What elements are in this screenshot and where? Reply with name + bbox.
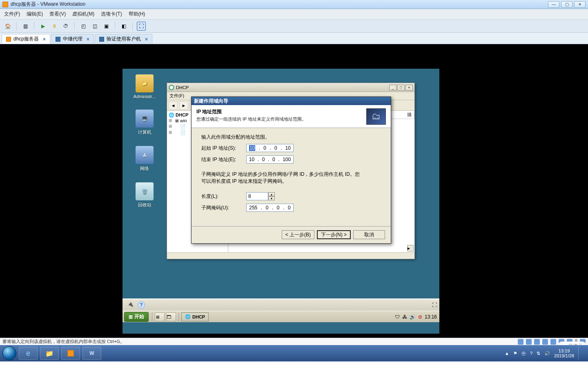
toolbar-home-icon[interactable]: 🏠 — [3, 22, 12, 31]
tray-expand-icon[interactable]: ▲ — [505, 351, 509, 356]
close-button[interactable]: ✕ — [574, 1, 586, 8]
menu-file[interactable]: 文件(F) — [169, 93, 184, 99]
taskbar-explorer-icon[interactable]: 📁 — [40, 347, 59, 360]
toolbar-view1-icon[interactable]: ◰ — [79, 22, 88, 31]
end-ip-label: 结束 IP 地址(E): — [201, 156, 246, 163]
guest-info-bar: 🔌 ? ⛶ — [122, 298, 439, 311]
menu-file[interactable]: 文件(F) — [4, 11, 20, 18]
tray-volume-icon[interactable]: 🔊 — [410, 314, 416, 320]
wizard-titlebar[interactable]: 新建作用域向导 — [192, 97, 391, 105]
end-ip-input[interactable]: 10. 0. 0. 100 — [246, 155, 294, 164]
length-spinner[interactable]: ▲▼ — [268, 192, 275, 200]
toolbar-poweron-icon[interactable]: ▶ — [38, 22, 47, 31]
quicklaunch-explorer-icon[interactable]: 🗔 — [166, 312, 176, 321]
desktop-icon-admin[interactable]: 📁 Administr... — [134, 74, 156, 99]
vm-display-area[interactable]: 📁 Administr... 🖥️ 计算机 🖧 网络 🗑️ 回收站 DHCP — [0, 44, 588, 338]
start-orb[interactable] — [2, 346, 16, 360]
scroll-right-icon[interactable]: ▸ — [407, 245, 414, 251]
host-titlebar: dhcp服务器 - VMware Workstation — ▢ ✕ — [0, 0, 588, 9]
tab-verify-client[interactable]: 验证使用客户机 × — [95, 34, 152, 44]
vmware-toolbar: 🏠 ▥ ▶ ⏸ ⏱ ◰ ◫ ▣ ◧ ⛶ — [0, 20, 588, 33]
back-button[interactable]: < 上一步(B) — [282, 230, 314, 239]
tray-warning-icon[interactable]: ⊘ — [418, 314, 422, 320]
help-icon[interactable]: ? — [138, 301, 145, 309]
device-icon[interactable] — [542, 339, 548, 345]
wizard-header-title: IP 地址范围 — [196, 108, 366, 115]
mask-input[interactable]: 255. 0. 0. 0 — [246, 204, 294, 212]
taskbar-vmware-icon[interactable] — [61, 347, 80, 360]
next-button[interactable]: 下一步(N) > — [317, 230, 351, 239]
desktop-icons: 📁 Administr... 🖥️ 计算机 🖧 网络 🗑️ 回收站 — [128, 74, 161, 208]
tab-close-icon[interactable]: × — [145, 36, 148, 42]
device-icon[interactable] — [518, 339, 523, 345]
device-icon[interactable] — [534, 339, 540, 345]
tab-close-icon[interactable]: × — [43, 36, 46, 42]
guest-bottom: 🔌 ? ⛶ ⊞ 开始 🖥 🗔 🌐 DHCP 🛡 — [122, 298, 439, 334]
desktop-icon-recyclebin[interactable]: 🗑️ 回收站 — [136, 182, 154, 208]
folder-icon: 📁 — [136, 74, 154, 92]
tab-label: 中继代理 — [63, 36, 82, 43]
dhcp-icon: 🌐 — [185, 314, 191, 319]
quicklaunch-desktop-icon[interactable]: 🖥 — [155, 312, 165, 321]
wizard-header: IP 地址范围 您通过确定一组连续的 IP 地址来定义作用域地址范围。 🗂 — [192, 105, 391, 128]
toolbar-snapshot-icon[interactable]: ⏱ — [61, 22, 70, 31]
nav-back-icon[interactable]: ◄ — [169, 101, 178, 110]
devices-icon[interactable]: 🔌 — [127, 301, 134, 309]
show-desktop-button[interactable] — [578, 347, 582, 360]
tray-clock[interactable]: 13:19 2019/1/28 — [554, 348, 574, 358]
tab-relay-agent[interactable]: 中继代理 × — [51, 34, 94, 44]
recycle-bin-icon: 🗑️ — [136, 182, 154, 200]
wizard-divider — [192, 226, 391, 227]
tray-action-center-icon[interactable]: ⚑ — [513, 351, 517, 356]
minimize-button[interactable]: _ — [389, 85, 396, 90]
tray-help-icon[interactable]: ? — [530, 351, 532, 356]
toolbar-view2-icon[interactable]: ◫ — [90, 22, 99, 31]
wizard-instruction: 输入此作用域分配的地址范围。 — [201, 134, 381, 141]
tray-clock[interactable]: 13:16 — [425, 314, 437, 320]
cancel-button[interactable]: 取消 — [353, 230, 385, 239]
maximize-button[interactable]: □ — [397, 85, 405, 90]
tray-volume-icon[interactable]: 🔊 — [544, 351, 550, 356]
wizard-buttons: < 上一步(B) 下一步(N) > 取消 — [282, 230, 385, 239]
tray-ime-icon[interactable]: ㊥ — [521, 350, 526, 357]
tray-network-icon[interactable]: 🖧 — [402, 314, 407, 320]
toolbar-view3-icon[interactable]: ▣ — [102, 22, 111, 31]
maximize-button[interactable]: ▢ — [561, 1, 572, 8]
dhcp-statusbar — [167, 252, 414, 259]
vmware-menubar: 文件(F) 编辑(E) 查看(V) 虚拟机(M) 选项卡(T) 帮助(H) — [0, 9, 588, 20]
menu-help[interactable]: 帮助(H) — [129, 11, 145, 18]
tray-security-icon[interactable]: 🛡 — [395, 314, 400, 320]
host-window-title: dhcp服务器 - VMware Workstation — [11, 1, 85, 8]
close-button[interactable]: × — [405, 85, 413, 90]
taskbar-ie-icon[interactable]: e — [19, 347, 38, 360]
wizard-body: 输入此作用域分配的地址范围。 起始 IP 地址(S): 10. 0. 0. 10… — [192, 128, 391, 221]
toolbar-suspend-icon[interactable]: ⏸ — [50, 22, 59, 31]
dhcp-titlebar[interactable]: DHCP _ □ × — [167, 83, 414, 92]
start-ip-input[interactable]: 10. 0. 0. 10 — [246, 144, 294, 152]
device-icon[interactable] — [526, 339, 532, 345]
menu-vm[interactable]: 虚拟机(M) — [72, 11, 94, 18]
nav-forward-icon[interactable]: ► — [179, 101, 188, 110]
maximize-guest-icon[interactable]: ⛶ — [432, 302, 437, 308]
toolbar-sidebar-icon[interactable]: ▥ — [21, 22, 30, 31]
desktop-icon-network[interactable]: 🖧 网络 — [136, 146, 154, 172]
taskbar-word-icon[interactable]: W — [82, 347, 101, 360]
new-scope-wizard[interactable]: 新建作用域向导 IP 地址范围 您通过确定一组连续的 IP 地址来定义作用域地址… — [191, 96, 391, 244]
menu-view[interactable]: 查看(V) — [49, 11, 66, 18]
length-input[interactable]: 8 — [246, 192, 268, 200]
toolbar-fullscreen-icon[interactable]: ⛶ — [137, 22, 146, 31]
menu-tabs[interactable]: 选项卡(T) — [101, 11, 122, 18]
tray-network-icon[interactable]: ⇅ — [537, 351, 540, 356]
desktop-icon-computer[interactable]: 🖥️ 计算机 — [136, 110, 154, 135]
tab-close-icon[interactable]: × — [87, 36, 89, 42]
device-icon[interactable] — [550, 339, 556, 345]
tab-icon — [6, 37, 11, 42]
toolbar-unity-icon[interactable]: ◧ — [119, 22, 128, 31]
guest-desktop[interactable]: 📁 Administr... 🖥️ 计算机 🖧 网络 🗑️ 回收站 DHCP — [122, 69, 439, 334]
start-button[interactable]: ⊞ 开始 — [124, 312, 149, 322]
tab-dhcp-server[interactable]: dhcp服务器 × — [2, 34, 50, 44]
minimize-button[interactable]: — — [548, 1, 559, 8]
taskbar-dhcp-button[interactable]: 🌐 DHCP — [181, 312, 209, 321]
wizard-header-desc: 您通过确定一组连续的 IP 地址来定义作用域地址范围。 — [196, 116, 366, 122]
menu-edit[interactable]: 编辑(E) — [27, 11, 43, 18]
